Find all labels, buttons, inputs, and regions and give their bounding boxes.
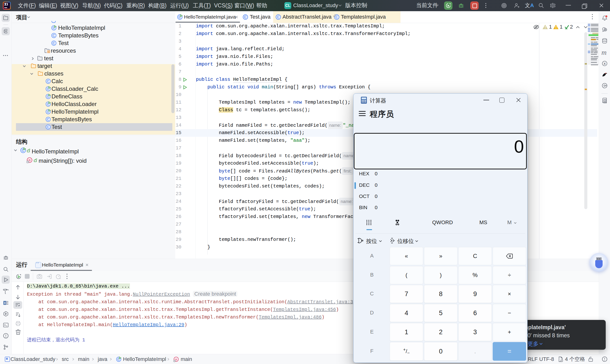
svg-text:A: A <box>604 99 606 102</box>
svg-text:X: X <box>4 302 6 304</box>
svg-text:X: X <box>604 62 606 65</box>
